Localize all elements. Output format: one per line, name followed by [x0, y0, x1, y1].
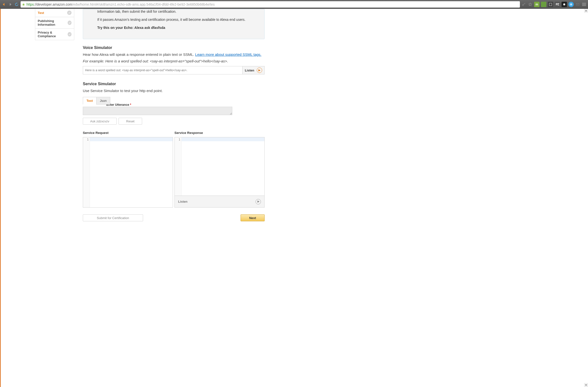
sidebar-item-test[interactable]: Test [35, 9, 74, 17]
play-icon [257, 68, 262, 73]
utterance-input[interactable] [83, 107, 232, 115]
extension-green-icon[interactable] [541, 2, 546, 7]
svg-marker-5 [258, 69, 260, 72]
service-io-row: Service Request 1 Service Response 1 Lis… [83, 131, 265, 208]
mail-icon[interactable] [575, 2, 580, 6]
tab-json[interactable]: Json [96, 97, 110, 104]
voice-listen-button[interactable]: Listen [242, 66, 264, 74]
response-listen-label: Listen [178, 200, 188, 203]
ssml-tags-link[interactable]: Learn more about supported SSML tags. [195, 52, 261, 57]
footer-row: Submit for Certification Next [83, 214, 265, 221]
svg-point-1 [522, 4, 524, 6]
voice-simulator-title: Voice Simulator [83, 45, 265, 50]
check-icon [68, 32, 72, 37]
submit-certification-button[interactable]: Submit for Certification [83, 214, 143, 221]
voice-input-row: Listen [83, 66, 265, 75]
svg-marker-6 [257, 200, 259, 203]
service-simulator-desc: Use Service Simulator to test your http … [83, 88, 265, 94]
url-path: /edw/home.html#/skill/amzn1.echo-sdk-ams… [72, 2, 215, 6]
svg-rect-2 [549, 3, 552, 6]
scrollbar-down-icon[interactable] [584, 383, 588, 387]
svg-rect-0 [23, 4, 24, 5]
response-column: Service Response 1 Listen [174, 131, 265, 208]
listen-label: Listen [245, 69, 254, 72]
reset-button[interactable]: Reset [119, 118, 142, 125]
reload-button[interactable] [14, 2, 19, 7]
main-content: Once you have completed testing on your … [83, 9, 265, 221]
info-box: Once you have completed testing on your … [83, 9, 265, 39]
response-editor[interactable]: 1 [174, 137, 265, 196]
tab-text[interactable]: Text [83, 97, 97, 104]
next-button[interactable]: Next [241, 214, 265, 221]
simulator-tabs: Text Json [83, 97, 265, 104]
info-line-2: If it passes Amazon's testing and certif… [97, 17, 257, 22]
extension-grey-icon[interactable] [548, 2, 553, 7]
url-scheme: https [26, 2, 34, 6]
request-gutter: 1 [83, 137, 90, 207]
voice-text-input[interactable] [83, 66, 242, 74]
lock-icon [22, 3, 25, 6]
response-title: Service Response [174, 131, 265, 135]
url-bar[interactable]: https://developer.amazon.com/edw/home.ht… [21, 1, 520, 8]
svg-point-3 [563, 3, 565, 5]
voice-example: For example: Here is a word spelled out:… [83, 59, 265, 63]
response-code-area[interactable] [182, 137, 264, 195]
bookmark-star-icon[interactable] [528, 2, 533, 6]
ask-button[interactable]: Ask zdzxcvzv [83, 118, 117, 125]
simulator-action-row: Ask zdzxcvzv Reset [83, 118, 265, 125]
response-gutter: 1 [175, 137, 182, 195]
voice-desc-text: Hear how Alexa will speak a response ent… [83, 52, 195, 57]
request-code-area[interactable] [90, 137, 173, 207]
info-line-1: Once you have completed testing on your … [97, 9, 257, 14]
scrollbar-up-icon[interactable] [584, 9, 588, 13]
request-editor[interactable]: 1 [83, 137, 173, 208]
sidebar-item-privacy[interactable]: Privacy & Compliance [35, 28, 74, 40]
url-host: ://developer.amazon.com [34, 2, 72, 6]
extension-black-icon[interactable] [562, 2, 567, 7]
forward-button[interactable] [8, 2, 13, 7]
key-icon[interactable] [521, 2, 526, 6]
extension-m-icon[interactable]: m [534, 2, 540, 7]
check-icon [68, 20, 72, 25]
utterance-field-wrap: Enter Utterance * [83, 104, 265, 116]
menu-icon[interactable] [582, 3, 587, 6]
request-title: Service Request [83, 131, 173, 135]
page-viewport: Test Publishing Information Privacy & Co… [0, 9, 588, 387]
service-simulator-title: Service Simulator [83, 82, 265, 86]
extension-pz-icon[interactable]: PZ [555, 2, 560, 7]
sidebar-item-label: Privacy & Compliance [38, 31, 68, 38]
sidebar-item-label: Test [38, 11, 44, 15]
play-icon [255, 199, 261, 204]
sidebar-item-publishing[interactable]: Publishing Information [35, 17, 74, 28]
check-icon [67, 11, 72, 15]
info-try-line: Try this on your Echo: Alexa ask dfasfsd… [97, 25, 257, 30]
skill-steps-sidebar: Test Publishing Information Privacy & Co… [35, 9, 74, 40]
browser-toolbar: https://developer.amazon.com/edw/home.ht… [0, 0, 588, 9]
sidebar-item-label: Publishing Information [38, 19, 68, 26]
back-button[interactable] [1, 2, 6, 7]
voice-simulator-desc: Hear how Alexa will speak a response ent… [83, 52, 265, 57]
request-column: Service Request 1 [83, 131, 173, 208]
response-listen-bar[interactable]: Listen [174, 196, 265, 208]
extension-blue-icon[interactable] [568, 2, 574, 7]
